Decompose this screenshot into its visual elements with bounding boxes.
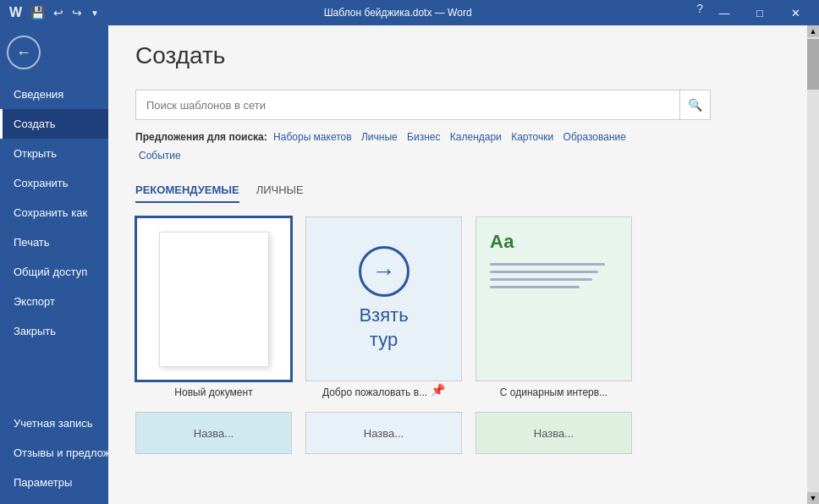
template-grid: Новый документ → Взятьтур Добро пожалова… <box>135 216 780 398</box>
suggestion-business[interactable]: Бизнес <box>407 131 440 143</box>
sidebar-item-options[interactable]: Параметры <box>0 468 108 497</box>
template-card-tour[interactable]: → Взятьтур Добро пожаловать в... 📌 <box>305 216 462 398</box>
suggestion-layouts[interactable]: Наборы макетов <box>273 131 352 143</box>
template-label-blank: Новый документ <box>174 386 252 398</box>
template-card-single[interactable]: Аа С одинарным интерв... <box>475 216 632 398</box>
suggestion-event[interactable]: Событие <box>139 150 181 162</box>
search-button[interactable]: 🔍 <box>679 90 710 119</box>
template-thumb-single: Аа <box>475 216 632 381</box>
bottom-template-row: Назва... Назва... Назва... <box>135 412 780 454</box>
tab-personal[interactable]: ЛИЧНЫЕ <box>256 178 304 203</box>
bottom-grid: Назва... Назва... Назва... <box>135 412 780 454</box>
sidebar-item-account[interactable]: Учетная запись <box>0 408 108 438</box>
sidebar-item-share[interactable]: Общий доступ <box>0 257 108 287</box>
sidebar-item-info[interactable]: Сведения <box>0 79 108 109</box>
save-qat-icon[interactable]: 💾 <box>28 4 47 21</box>
sidebar-item-new[interactable]: Создать <box>0 109 108 139</box>
sidebar-item-saveas[interactable]: Сохранить как <box>0 198 108 227</box>
template-card-b1[interactable]: Назва... <box>135 412 292 454</box>
tabs: РЕКОМЕНДУЕМЫЕ ЛИЧНЫЕ <box>135 178 780 203</box>
maximize-button[interactable]: □ <box>743 0 777 25</box>
search-suggestions: Предложения для поиска: Наборы макетов Л… <box>135 129 711 165</box>
minimize-button[interactable]: — <box>707 0 741 25</box>
window-title: Шаблон бейджика.dotx — Word <box>102 7 694 19</box>
partial-thumb-b2: Назва... <box>305 412 462 454</box>
help-icon[interactable]: ? <box>694 0 706 25</box>
scrollbar-thumb[interactable] <box>807 39 819 90</box>
sidebar-item-feedback[interactable]: Отзывы и предложения <box>0 438 108 468</box>
search-bar: 🔍 <box>135 90 711 120</box>
close-button[interactable]: ✕ <box>778 0 812 25</box>
page-title: Создать <box>135 42 780 69</box>
template-label-single: С одинарным интерв... <box>500 386 607 398</box>
tour-label-row: Добро пожаловать в... 📌 <box>322 381 445 398</box>
word-logo-icon: W <box>7 3 25 22</box>
tab-recommended[interactable]: РЕКОМЕНДУЕМЫЕ <box>135 178 239 203</box>
sidebar-item-export[interactable]: Экспорт <box>0 287 108 316</box>
scrollbar-track: ▲ ▼ <box>807 25 819 504</box>
scroll-up-button[interactable]: ▲ <box>807 25 819 37</box>
main-content: Создать 🔍 Предложения для поиска: Наборы… <box>108 25 819 504</box>
sidebar-bottom: Учетная запись Отзывы и предложения Пара… <box>0 408 108 504</box>
tour-card-inner: → Взятьтур <box>306 217 461 381</box>
titlebar-left: W 💾 ↩ ↪ ▼ <box>7 3 102 22</box>
sidebar-item-print[interactable]: Печать <box>0 227 108 257</box>
search-input[interactable] <box>136 92 679 118</box>
aa-line-2 <box>490 271 598 273</box>
tour-text: Взятьтур <box>359 304 408 352</box>
aa-card-inner: Аа <box>476 217 631 381</box>
suggestion-education[interactable]: Образование <box>563 131 626 143</box>
template-card-b3[interactable]: Назва... <box>475 412 632 454</box>
template-label-tour: Добро пожаловать в... <box>322 386 427 398</box>
suggestion-cards[interactable]: Карточки <box>511 131 553 143</box>
sidebar: ← Сведения Создать Открыть Сохранить Сох… <box>0 25 108 504</box>
partial-inner-b1: Назва... <box>194 427 234 440</box>
aa-line-1 <box>490 263 605 266</box>
template-thumb-tour: → Взятьтур <box>305 216 462 381</box>
back-button[interactable]: ← <box>7 36 41 69</box>
qat-dropdown-icon[interactable]: ▼ <box>88 7 102 19</box>
pin-icon: 📌 <box>431 383 445 397</box>
partial-inner-b2: Назва... <box>364 427 404 440</box>
partial-thumb-b3: Назва... <box>475 412 632 454</box>
aa-lines <box>490 263 618 288</box>
window-controls: ? — □ ✕ <box>694 0 812 25</box>
suggestion-personal[interactable]: Личные <box>361 131 398 143</box>
aa-title: Аа <box>490 231 618 253</box>
undo-qat-icon[interactable]: ↩ <box>51 4 66 21</box>
template-card-blank[interactable]: Новый документ <box>135 216 292 398</box>
scroll-down-button[interactable]: ▼ <box>807 492 819 504</box>
aa-line-3 <box>490 278 592 281</box>
sidebar-item-open[interactable]: Открыть <box>0 139 108 168</box>
partial-inner-b3: Назва... <box>534 427 574 440</box>
titlebar: W 💾 ↩ ↪ ▼ Шаблон бейджика.dotx — Word ? … <box>0 0 819 25</box>
aa-line-4 <box>490 286 580 288</box>
blank-doc-preview <box>159 232 269 367</box>
tour-arrow-icon: → <box>359 246 410 297</box>
redo-qat-icon[interactable]: ↪ <box>69 4 85 21</box>
sidebar-item-close[interactable]: Закрыть <box>0 316 108 346</box>
suggestions-label: Предложения для поиска: <box>135 131 267 143</box>
app-body: ← Сведения Создать Открыть Сохранить Сох… <box>0 25 819 504</box>
template-card-b2[interactable]: Назва... <box>305 412 462 454</box>
main-inner: Создать 🔍 Предложения для поиска: Наборы… <box>108 25 807 504</box>
quick-access-toolbar: W 💾 ↩ ↪ ▼ <box>7 3 102 22</box>
suggestion-calendar[interactable]: Календари <box>450 131 502 143</box>
sidebar-item-save[interactable]: Сохранить <box>0 168 108 198</box>
partial-thumb-b1: Назва... <box>135 412 292 454</box>
template-thumb-blank <box>135 216 292 381</box>
